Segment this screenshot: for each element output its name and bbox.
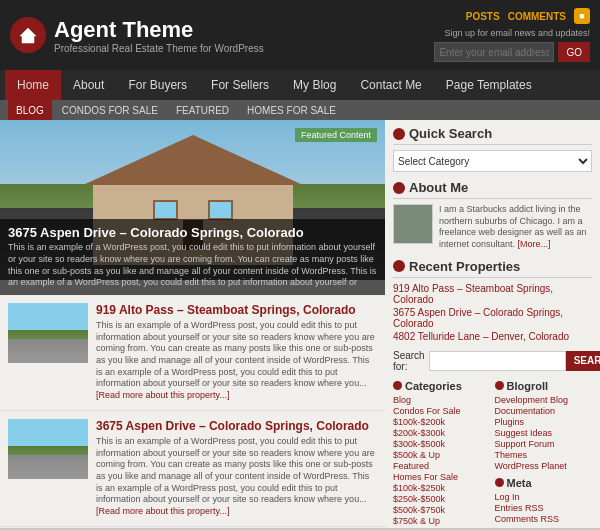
property-info: 3675 Aspen Drive – Colorado Springs, Col…: [96, 419, 377, 518]
blogroll-section: Blogroll Development Blog Documentation …: [495, 380, 593, 527]
header-links: POSTS COMMENTS ■: [466, 8, 590, 24]
content-area: Featured Content 3675 Aspen Drive – Colo…: [0, 120, 385, 528]
about-text: I am a Starbucks addict living in the no…: [439, 204, 592, 251]
main-nav: Home About For Buyers For Sellers My Blo…: [0, 70, 600, 100]
header: Agent Theme Professional Real Estate The…: [0, 0, 600, 70]
category-item: $200k-$300k: [393, 428, 491, 438]
featured-title[interactable]: 3675 Aspen Drive – Colorado Springs, Col…: [8, 225, 377, 240]
search-button[interactable]: SEARCH: [566, 351, 600, 371]
featured-post: Featured Content 3675 Aspen Drive – Colo…: [0, 120, 385, 295]
nav-item-about[interactable]: About: [61, 70, 116, 100]
bullet-icon: [495, 478, 504, 487]
posts-link[interactable]: POSTS: [466, 11, 500, 22]
sub-nav-homes[interactable]: HOMES FOR SALE: [239, 100, 344, 120]
avatar: [393, 204, 433, 244]
bullet-icon: [393, 381, 402, 390]
read-more-link[interactable]: [Read more about this property...]: [96, 390, 229, 400]
sub-nav: BLOG CONDOS FOR SALE FEATURED HOMES FOR …: [0, 100, 600, 120]
meta-title: Meta: [495, 477, 593, 489]
meta-item: Comments RSS: [495, 514, 593, 524]
site-subtitle: Professional Real Estate Theme for WordP…: [54, 43, 264, 54]
property-item: 4802 Telluride Lane – Denver, Colorado T…: [0, 527, 385, 528]
house-window-right: [208, 200, 233, 220]
blogroll-item: Support Forum: [495, 439, 593, 449]
property-title[interactable]: 3675 Aspen Drive – Colorado Springs, Col…: [96, 419, 377, 433]
categories-section: Categories Blog Condos For Sale $100k-$2…: [393, 380, 491, 527]
nav-item-blog[interactable]: My Blog: [281, 70, 348, 100]
home-icon: [10, 17, 46, 53]
search-section: Search for: SEARCH: [393, 350, 592, 372]
search-row: Search for: SEARCH: [393, 350, 592, 372]
category-item: Condos For Sale: [393, 406, 491, 416]
property-info: 919 Alto Pass – Steamboat Springs, Color…: [96, 303, 377, 402]
logo-area: Agent Theme Professional Real Estate The…: [10, 17, 264, 54]
main-content: Featured Content 3675 Aspen Drive – Colo…: [0, 120, 600, 528]
header-right: POSTS COMMENTS ■ Sign up for email news …: [434, 8, 590, 62]
sub-nav-blog[interactable]: BLOG: [8, 100, 52, 120]
category-item: Homes For Sale: [393, 472, 491, 482]
category-item: $300k-$500k: [393, 439, 491, 449]
bullet-icon: [393, 182, 405, 194]
svg-marker-0: [20, 28, 36, 43]
recent-property-item[interactable]: 3675 Aspen Drive – Colorado Springs, Col…: [393, 307, 592, 329]
sub-nav-condos[interactable]: CONDOS FOR SALE: [54, 100, 166, 120]
category-select[interactable]: Select Category: [393, 150, 592, 172]
property-image: [8, 419, 88, 479]
blogroll-title: Blogroll: [495, 380, 593, 392]
comments-link[interactable]: COMMENTS: [508, 11, 566, 22]
meta-item: Log In: [495, 492, 593, 502]
recent-property-item[interactable]: 919 Alto Pass – Steamboat Springs, Color…: [393, 283, 592, 305]
featured-label: Featured Content: [295, 128, 377, 142]
recent-properties-title: Recent Properties: [393, 259, 592, 278]
recent-property-item[interactable]: 4802 Telluride Lane – Denver, Colorado: [393, 331, 592, 342]
categories-title: Categories: [393, 380, 491, 392]
property-image: [8, 303, 88, 363]
meta-item: Entries RSS: [495, 503, 593, 513]
nav-item-sellers[interactable]: For Sellers: [199, 70, 281, 100]
property-item: 3675 Aspen Drive – Colorado Springs, Col…: [0, 411, 385, 527]
property-description: This is an example of a WordPress post, …: [96, 320, 377, 402]
sidebar: Quick Search Select Category About Me I …: [385, 120, 600, 528]
blogroll-item: Documentation: [495, 406, 593, 416]
search-input[interactable]: [429, 351, 566, 371]
go-button[interactable]: GO: [558, 42, 590, 62]
bullet-icon: [393, 128, 405, 140]
nav-item-home[interactable]: Home: [5, 70, 61, 100]
house-window-left: [153, 200, 178, 220]
property-thumbnail: [8, 303, 88, 363]
rss-icon[interactable]: ■: [574, 8, 590, 24]
nav-item-templates[interactable]: Page Templates: [434, 70, 544, 100]
quick-search-title: Quick Search: [393, 126, 592, 145]
signup-text: Sign up for email news and updates!: [444, 28, 590, 38]
property-description: This is an example of a WordPress post, …: [96, 436, 377, 518]
logo-text: Agent Theme Professional Real Estate The…: [54, 17, 264, 54]
category-item: Blog: [393, 395, 491, 405]
property-title[interactable]: 919 Alto Pass – Steamboat Springs, Color…: [96, 303, 377, 317]
recent-properties-section: Recent Properties 919 Alto Pass – Steamb…: [393, 259, 592, 342]
about-more-link[interactable]: [More...]: [518, 239, 551, 249]
email-row: GO: [434, 42, 590, 62]
email-input[interactable]: [434, 42, 554, 62]
property-item: 919 Alto Pass – Steamboat Springs, Color…: [0, 295, 385, 411]
category-item: $250k-$500k: [393, 494, 491, 504]
blogroll-item: Plugins: [495, 417, 593, 427]
about-me-title: About Me: [393, 180, 592, 199]
category-item: $500k & Up: [393, 450, 491, 460]
featured-overlay: 3675 Aspen Drive – Colorado Springs, Col…: [0, 219, 385, 295]
blogroll-item: Development Blog: [495, 395, 593, 405]
site-title: Agent Theme: [54, 17, 264, 43]
about-me-section: About Me I am a Starbucks addict living …: [393, 180, 592, 251]
house-roof-decor: [83, 135, 303, 185]
nav-item-buyers[interactable]: For Buyers: [116, 70, 199, 100]
bullet-icon: [495, 381, 504, 390]
nav-item-contact[interactable]: Contact Me: [348, 70, 433, 100]
search-label: Search for:: [393, 350, 425, 372]
read-more-link[interactable]: [Read more about this property...]: [96, 506, 229, 516]
quick-search-section: Quick Search Select Category: [393, 126, 592, 172]
property-thumbnail: [8, 419, 88, 479]
sub-nav-featured[interactable]: FEATURED: [168, 100, 237, 120]
about-me-content: I am a Starbucks addict living in the no…: [393, 204, 592, 251]
category-item: $500k-$750k: [393, 505, 491, 515]
category-item: $750k & Up: [393, 516, 491, 526]
category-item: $100k-$200k: [393, 417, 491, 427]
